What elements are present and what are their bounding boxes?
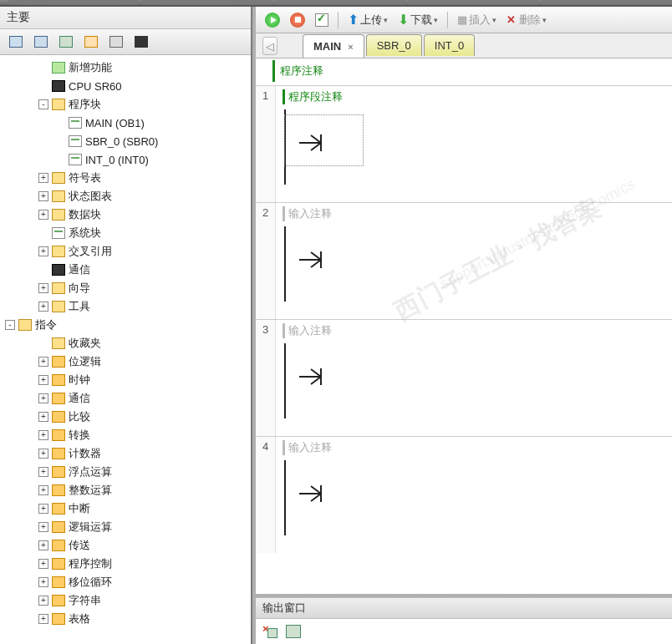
run-button[interactable] [261,10,284,30]
tree-node[interactable]: SBR_0 (SBR0) [2,132,251,150]
end-contact-icon[interactable] [299,133,331,153]
tree-node[interactable]: +转换 [2,426,251,444]
network-number: 1 [256,86,276,202]
editor-tab[interactable]: SBR_0 [366,34,422,56]
expand-icon[interactable]: + [38,614,48,624]
view-icon-1[interactable] [5,33,27,51]
ribbon-tab[interactable] [408,0,539,5]
tree-node[interactable]: -程序块 [2,95,251,114]
tree-node[interactable]: +交叉引用 [2,242,251,261]
tree-node[interactable]: +位逻辑 [2,352,251,371]
ribbon-tab[interactable] [141,0,272,5]
ladder-rung[interactable] [283,343,665,418]
tree-node[interactable]: +计数器 [2,444,251,463]
compile-button[interactable] [311,11,333,29]
end-contact-icon[interactable] [299,250,331,270]
tree-node[interactable]: MAIN (OB1) [2,114,251,132]
expand-icon[interactable]: + [38,485,48,495]
download-button[interactable]: ⬇下载 [394,9,442,30]
program-comment[interactable]: 程序注释 [272,60,672,82]
tree-node[interactable]: CPU SR60 [2,77,251,95]
expand-icon[interactable]: + [38,191,48,201]
expand-icon[interactable]: + [38,173,48,183]
end-contact-icon[interactable] [299,367,331,387]
tree-node[interactable]: INT_0 (INT0) [2,150,251,169]
project-tree[interactable]: 新增功能CPU SR60-程序块MAIN (OB1)SBR_0 (SBR0)IN… [0,55,251,644]
collapse-icon[interactable]: - [38,99,48,109]
expand-icon[interactable]: + [38,522,48,532]
ribbon-tab[interactable] [8,0,140,5]
ladder-editor[interactable]: 西门子工业 · 找答案 support.industry.siemens.com… [256,58,672,594]
view-icon-2[interactable] [30,33,52,51]
network[interactable]: 1程序段注释 [256,85,672,202]
tree-node[interactable]: +表格 [2,610,251,628]
expand-icon[interactable]: + [38,467,48,477]
ladder-rung[interactable] [283,460,665,535]
expand-icon[interactable]: + [38,540,48,550]
network-comment[interactable]: 程序段注释 [283,89,665,104]
output-clear-icon[interactable] [262,625,277,638]
tree-node[interactable]: +移位循环 [2,573,251,591]
stop-button[interactable] [286,10,309,30]
expand-icon[interactable]: + [38,412,48,422]
end-contact-icon[interactable] [299,484,331,504]
tab-scroll-left[interactable]: ◁ [262,37,277,55]
folder-icon [52,99,65,110]
tree-node[interactable]: +时钟 [2,371,251,389]
editor-tab[interactable]: MAIN× [303,34,364,58]
tree-node[interactable]: +传送 [2,536,251,555]
view-icon-5[interactable] [105,33,127,51]
ribbon-tab[interactable] [274,0,405,5]
expand-icon[interactable]: + [38,357,48,367]
tree-node[interactable]: +向导 [2,279,251,297]
expand-icon[interactable]: + [38,430,48,440]
tree-node[interactable]: +字符串 [2,591,251,610]
network-comment[interactable]: 输入注释 [283,206,665,221]
ribbon-tab[interactable] [541,0,672,5]
expand-icon[interactable]: + [38,596,48,606]
tree-node[interactable]: +比较 [2,408,251,426]
expand-icon[interactable]: + [38,375,48,385]
output-add-icon[interactable] [286,625,301,638]
tree-node[interactable]: +逻辑运算 [2,518,251,536]
view-icon-4[interactable] [80,33,102,51]
close-icon[interactable]: × [348,42,353,52]
expand-icon[interactable]: + [38,210,48,220]
insert-button[interactable]: ▦插入 [453,10,501,30]
upload-button[interactable]: ⬆上传 [344,9,392,30]
collapse-icon[interactable]: - [5,320,15,330]
tree-node[interactable]: +通信 [2,389,251,408]
expand-icon[interactable]: + [38,246,48,256]
expand-icon[interactable]: + [38,449,48,459]
expand-icon[interactable]: + [38,577,48,587]
tree-node[interactable]: +数据块 [2,205,251,224]
view-icon-6[interactable] [130,33,152,51]
network[interactable]: 4输入注释 [256,436,672,553]
tree-node[interactable]: 系统块 [2,224,251,242]
view-icon-3[interactable] [55,33,77,51]
expand-icon[interactable]: + [38,504,48,514]
ladder-rung[interactable] [283,226,665,302]
network[interactable]: 2输入注释 [256,202,672,319]
tree-node[interactable]: +整数运算 [2,481,251,499]
expand-icon[interactable]: + [38,283,48,293]
network-comment[interactable]: 输入注释 [283,323,665,338]
tree-node[interactable]: +工具 [2,297,251,316]
tree-node[interactable]: -指令 [2,316,251,334]
expand-icon[interactable]: + [38,302,48,312]
tree-node[interactable]: +符号表 [2,169,251,187]
tree-node[interactable]: 通信 [2,261,251,279]
expand-icon[interactable]: + [38,559,48,569]
network[interactable]: 3输入注释 [256,319,672,436]
tree-node[interactable]: +状态图表 [2,187,251,205]
tree-node[interactable]: +中断 [2,499,251,518]
delete-button[interactable]: ✕删除 [502,10,551,30]
ladder-rung[interactable] [283,109,665,185]
tree-node[interactable]: +程序控制 [2,555,251,573]
tree-node[interactable]: +浮点运算 [2,463,251,481]
expand-icon[interactable]: + [38,393,48,403]
network-comment[interactable]: 输入注释 [283,440,665,455]
tree-node[interactable]: 新增功能 [2,58,251,77]
editor-tab[interactable]: INT_0 [424,34,475,56]
tree-node[interactable]: 收藏夹 [2,334,251,352]
